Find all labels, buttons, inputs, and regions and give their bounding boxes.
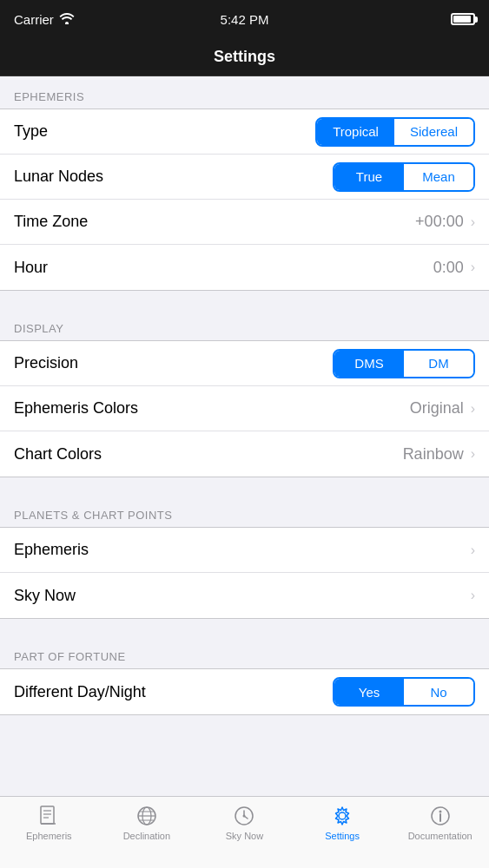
status-bar-left: Carrier	[14, 12, 75, 27]
ephemeris-colors-row[interactable]: Ephemeris Colors Original ›	[0, 386, 489, 431]
svg-rect-1	[41, 806, 54, 824]
planets-group: Ephemeris › Sky Now ›	[0, 527, 489, 619]
hour-chevron: ›	[471, 260, 475, 275]
status-bar-right	[451, 13, 475, 25]
tab-sky-now-label: Sky Now	[226, 831, 263, 841]
svg-point-18	[439, 811, 441, 813]
carrier-label: Carrier	[14, 12, 54, 27]
ephemeris-colors-value: Original	[410, 399, 464, 418]
precision-control: DMS DM	[333, 349, 475, 378]
tab-settings-label: Settings	[325, 831, 360, 841]
gear-icon	[330, 804, 354, 828]
type-row: Type Tropical Sidereal	[0, 109, 489, 155]
svg-point-0	[65, 22, 69, 24]
different-day-night-control: Yes No	[333, 677, 475, 707]
time-zone-value: +00:00	[415, 213, 464, 231]
clock-icon	[232, 804, 256, 828]
lunar-true-btn[interactable]: True	[334, 164, 404, 190]
display-group: Precision DMS DM Ephemeris Colors Origin…	[0, 340, 489, 477]
tab-settings[interactable]: Settings	[294, 804, 392, 841]
chart-colors-label: Chart Colors	[14, 445, 102, 464]
fortune-group: Different Day/Night Yes No	[0, 668, 489, 715]
settings-content: EPHEMERIS Type Tropical Sidereal Lunar N…	[0, 76, 489, 793]
nav-bar: Settings	[0, 38, 489, 76]
ephemeris-nav-row[interactable]: Ephemeris ›	[0, 528, 489, 573]
chart-colors-value: Rainbow	[403, 445, 464, 464]
precision-dms-btn[interactable]: DMS	[334, 351, 404, 377]
ephemeris-colors-chevron: ›	[471, 401, 475, 417]
hour-value: 0:00	[433, 259, 464, 277]
precision-segmented[interactable]: DMS DM	[333, 349, 475, 378]
ephemeris-colors-label: Ephemeris Colors	[14, 399, 138, 418]
ephemeris-group: Type Tropical Sidereal Lunar Nodes True …	[0, 108, 489, 291]
time-zone-right: +00:00 ›	[415, 213, 475, 231]
yes-btn[interactable]: Yes	[334, 679, 404, 705]
chart-colors-right: Rainbow ›	[403, 445, 475, 464]
type-label: Type	[14, 122, 48, 141]
spacer-planets	[0, 477, 489, 495]
precision-label: Precision	[14, 354, 78, 372]
tab-bar: Ephemeris Declination Sky Now Settings	[0, 796, 489, 868]
wifi-icon	[59, 12, 75, 27]
status-bar-time: 5:42 PM	[221, 12, 269, 27]
lunar-nodes-control: True Mean	[333, 162, 475, 192]
tab-sky-now[interactable]: Sky Now	[195, 804, 294, 841]
time-zone-chevron: ›	[471, 214, 475, 230]
tab-documentation-label: Documentation	[408, 831, 472, 841]
different-day-night-row: Different Day/Night Yes No	[0, 669, 489, 714]
time-zone-label: Time Zone	[14, 213, 88, 231]
type-tropical-btn[interactable]: Tropical	[317, 119, 394, 145]
hour-row[interactable]: Hour 0:00 ›	[0, 245, 489, 290]
ephemeris-nav-right: ›	[471, 542, 475, 558]
sky-now-nav-right: ›	[471, 588, 475, 603]
no-btn[interactable]: No	[404, 679, 473, 705]
lunar-nodes-row: Lunar Nodes True Mean	[0, 155, 489, 200]
different-day-night-label: Different Day/Night	[14, 683, 146, 701]
info-icon	[428, 804, 453, 828]
svg-point-14	[243, 815, 246, 818]
tab-documentation[interactable]: Documentation	[391, 804, 489, 841]
lunar-nodes-label: Lunar Nodes	[14, 168, 103, 186]
day-night-segmented[interactable]: Yes No	[333, 677, 475, 707]
tab-declination-label: Declination	[123, 831, 170, 841]
time-zone-row[interactable]: Time Zone +00:00 ›	[0, 200, 489, 245]
globe-icon	[135, 804, 159, 828]
ephemeris-colors-right: Original ›	[410, 399, 475, 418]
hour-label: Hour	[14, 259, 48, 277]
tab-declination[interactable]: Declination	[98, 804, 196, 841]
lunar-mean-btn[interactable]: Mean	[404, 164, 473, 190]
book-icon	[36, 804, 61, 828]
sky-now-nav-label: Sky Now	[14, 587, 76, 605]
sky-now-nav-row[interactable]: Sky Now ›	[0, 573, 489, 618]
section-header-ephemeris: EPHEMERIS	[0, 76, 489, 108]
spacer-fortune	[0, 619, 489, 636]
page-title: Settings	[214, 48, 275, 66]
type-sidereal-btn[interactable]: Sidereal	[394, 119, 473, 145]
lunar-nodes-segmented[interactable]: True Mean	[333, 162, 475, 192]
spacer-display	[0, 291, 489, 308]
ephemeris-nav-label: Ephemeris	[14, 541, 89, 559]
type-segmented[interactable]: Tropical Sidereal	[315, 117, 475, 147]
chart-colors-chevron: ›	[471, 446, 475, 462]
ephemeris-nav-chevron: ›	[471, 542, 475, 558]
status-bar: Carrier 5:42 PM	[0, 0, 489, 38]
section-header-planets: PLANETS & CHART POINTS	[0, 495, 489, 527]
hour-right: 0:00 ›	[433, 259, 475, 277]
chart-colors-row[interactable]: Chart Colors Rainbow ›	[0, 431, 489, 477]
section-header-display: DISPLAY	[0, 308, 489, 340]
svg-point-15	[339, 812, 346, 819]
precision-row: Precision DMS DM	[0, 341, 489, 386]
section-header-fortune: PART OF FORTUNE	[0, 636, 489, 668]
battery-icon	[451, 13, 475, 25]
tab-ephemeris-label: Ephemeris	[26, 831, 72, 841]
type-control: Tropical Sidereal	[315, 117, 475, 147]
tab-ephemeris[interactable]: Ephemeris	[0, 804, 98, 841]
sky-now-nav-chevron: ›	[471, 588, 475, 603]
precision-dm-btn[interactable]: DM	[404, 351, 473, 377]
